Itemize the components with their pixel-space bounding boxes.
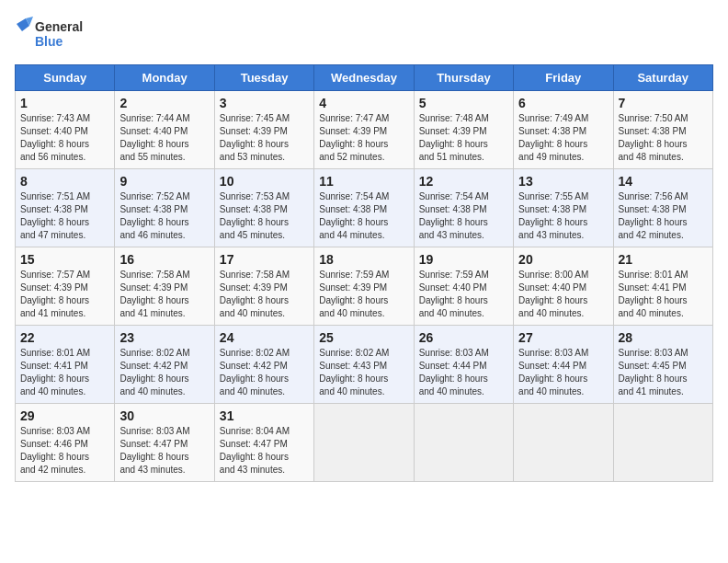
- day-detail: Sunrise: 8:02 AM Sunset: 4:42 PM Dayligh…: [119, 347, 209, 398]
- day-number: 14: [619, 174, 708, 189]
- calendar-cell: 27Sunrise: 8:03 AM Sunset: 4:44 PM Dayli…: [514, 326, 613, 404]
- day-detail: Sunrise: 7:57 AM Sunset: 4:39 PM Dayligh…: [20, 269, 109, 320]
- calendar-cell: 23Sunrise: 8:02 AM Sunset: 4:42 PM Dayli…: [115, 326, 214, 404]
- day-detail: Sunrise: 7:59 AM Sunset: 4:40 PM Dayligh…: [419, 269, 508, 320]
- day-detail: Sunrise: 8:04 AM Sunset: 4:47 PM Dayligh…: [220, 425, 309, 477]
- day-number: 19: [419, 252, 508, 267]
- day-detail: Sunrise: 8:02 AM Sunset: 4:42 PM Dayligh…: [220, 347, 309, 398]
- day-detail: Sunrise: 7:49 AM Sunset: 4:38 PM Dayligh…: [518, 112, 608, 164]
- weekday-header-tuesday: Tuesday: [214, 65, 313, 91]
- day-detail: Sunrise: 7:43 AM Sunset: 4:40 PM Dayligh…: [20, 112, 109, 164]
- calendar-cell: 6Sunrise: 7:49 AM Sunset: 4:38 PM Daylig…: [514, 91, 613, 169]
- weekday-header-row: SundayMondayTuesdayWednesdayThursdayFrid…: [16, 65, 713, 91]
- day-number: 20: [518, 252, 608, 267]
- calendar-cell: 9Sunrise: 7:52 AM Sunset: 4:38 PM Daylig…: [115, 169, 214, 247]
- calendar-cell: [613, 404, 712, 482]
- calendar-cell: [414, 404, 513, 482]
- calendar-cell: 28Sunrise: 8:03 AM Sunset: 4:45 PM Dayli…: [613, 326, 712, 404]
- day-number: 16: [119, 252, 209, 267]
- calendar-cell: 24Sunrise: 8:02 AM Sunset: 4:42 PM Dayli…: [214, 326, 313, 404]
- weekday-header-thursday: Thursday: [414, 65, 513, 91]
- calendar-cell: 29Sunrise: 8:03 AM Sunset: 4:46 PM Dayli…: [16, 404, 115, 482]
- svg-text:General: General: [35, 19, 83, 34]
- weekday-header-sunday: Sunday: [16, 65, 115, 91]
- day-number: 23: [119, 330, 209, 345]
- calendar-cell: 11Sunrise: 7:54 AM Sunset: 4:38 PM Dayli…: [314, 169, 414, 247]
- day-number: 8: [20, 174, 109, 189]
- day-number: 25: [319, 330, 408, 345]
- calendar-cell: [514, 404, 613, 482]
- calendar-week-row: 1Sunrise: 7:43 AM Sunset: 4:40 PM Daylig…: [16, 91, 713, 169]
- day-number: 1: [20, 96, 109, 110]
- calendar-cell: 4Sunrise: 7:47 AM Sunset: 4:39 PM Daylig…: [314, 91, 414, 169]
- day-number: 12: [419, 174, 508, 189]
- day-detail: Sunrise: 7:48 AM Sunset: 4:39 PM Dayligh…: [419, 112, 508, 164]
- day-number: 31: [220, 408, 309, 423]
- day-detail: Sunrise: 7:58 AM Sunset: 4:39 PM Dayligh…: [220, 269, 309, 320]
- day-number: 6: [518, 96, 608, 110]
- day-number: 9: [119, 174, 209, 189]
- day-number: 22: [20, 330, 109, 345]
- day-number: 4: [319, 96, 408, 110]
- day-detail: Sunrise: 7:58 AM Sunset: 4:39 PM Dayligh…: [119, 269, 209, 320]
- calendar-cell: 17Sunrise: 7:58 AM Sunset: 4:39 PM Dayli…: [214, 247, 313, 326]
- day-number: 17: [220, 252, 309, 267]
- svg-text:Blue: Blue: [35, 34, 63, 49]
- calendar-cell: 10Sunrise: 7:53 AM Sunset: 4:38 PM Dayli…: [214, 169, 313, 247]
- day-detail: Sunrise: 7:54 AM Sunset: 4:38 PM Dayligh…: [319, 190, 408, 242]
- day-detail: Sunrise: 8:00 AM Sunset: 4:40 PM Dayligh…: [518, 269, 608, 320]
- day-detail: Sunrise: 7:47 AM Sunset: 4:39 PM Dayligh…: [319, 112, 408, 164]
- calendar-cell: 19Sunrise: 7:59 AM Sunset: 4:40 PM Dayli…: [414, 247, 513, 326]
- calendar-cell: 1Sunrise: 7:43 AM Sunset: 4:40 PM Daylig…: [16, 91, 115, 169]
- calendar-table: SundayMondayTuesdayWednesdayThursdayFrid…: [15, 64, 713, 482]
- day-detail: Sunrise: 7:51 AM Sunset: 4:38 PM Dayligh…: [20, 190, 109, 242]
- day-detail: Sunrise: 8:01 AM Sunset: 4:41 PM Dayligh…: [20, 347, 109, 398]
- calendar-cell: 31Sunrise: 8:04 AM Sunset: 4:47 PM Dayli…: [214, 404, 313, 482]
- day-detail: Sunrise: 7:54 AM Sunset: 4:38 PM Dayligh…: [419, 190, 508, 242]
- day-number: 24: [220, 330, 309, 345]
- day-detail: Sunrise: 8:03 AM Sunset: 4:46 PM Dayligh…: [20, 425, 109, 477]
- logo-svg: GeneralBlue: [15, 15, 88, 53]
- calendar-cell: 18Sunrise: 7:59 AM Sunset: 4:39 PM Dayli…: [314, 247, 414, 326]
- day-number: 18: [319, 252, 408, 267]
- day-number: 10: [220, 174, 309, 189]
- weekday-header-wednesday: Wednesday: [314, 65, 414, 91]
- day-number: 2: [119, 96, 209, 110]
- day-detail: Sunrise: 8:02 AM Sunset: 4:43 PM Dayligh…: [319, 347, 408, 398]
- day-detail: Sunrise: 8:03 AM Sunset: 4:44 PM Dayligh…: [518, 347, 608, 398]
- calendar-cell: 3Sunrise: 7:45 AM Sunset: 4:39 PM Daylig…: [214, 91, 313, 169]
- calendar-cell: 13Sunrise: 7:55 AM Sunset: 4:38 PM Dayli…: [514, 169, 613, 247]
- day-detail: Sunrise: 8:01 AM Sunset: 4:41 PM Dayligh…: [619, 269, 708, 320]
- day-detail: Sunrise: 8:03 AM Sunset: 4:47 PM Dayligh…: [119, 425, 209, 477]
- calendar-cell: 30Sunrise: 8:03 AM Sunset: 4:47 PM Dayli…: [115, 404, 214, 482]
- weekday-header-monday: Monday: [115, 65, 214, 91]
- calendar-cell: 22Sunrise: 8:01 AM Sunset: 4:41 PM Dayli…: [16, 326, 115, 404]
- day-detail: Sunrise: 7:52 AM Sunset: 4:38 PM Dayligh…: [119, 190, 209, 242]
- day-number: 28: [619, 330, 708, 345]
- calendar-cell: 8Sunrise: 7:51 AM Sunset: 4:38 PM Daylig…: [16, 169, 115, 247]
- day-detail: Sunrise: 7:55 AM Sunset: 4:38 PM Dayligh…: [518, 190, 608, 242]
- day-number: 5: [419, 96, 508, 110]
- day-number: 26: [419, 330, 508, 345]
- weekday-header-saturday: Saturday: [613, 65, 712, 91]
- day-number: 3: [220, 96, 309, 110]
- weekday-header-friday: Friday: [514, 65, 613, 91]
- calendar-cell: 7Sunrise: 7:50 AM Sunset: 4:38 PM Daylig…: [613, 91, 712, 169]
- day-number: 7: [619, 96, 708, 110]
- calendar-cell: 16Sunrise: 7:58 AM Sunset: 4:39 PM Dayli…: [115, 247, 214, 326]
- calendar-week-row: 8Sunrise: 7:51 AM Sunset: 4:38 PM Daylig…: [16, 169, 713, 247]
- day-number: 30: [119, 408, 209, 423]
- calendar-cell: 25Sunrise: 8:02 AM Sunset: 4:43 PM Dayli…: [314, 326, 414, 404]
- calendar-cell: [314, 404, 414, 482]
- day-detail: Sunrise: 7:56 AM Sunset: 4:38 PM Dayligh…: [619, 190, 708, 242]
- calendar-cell: 20Sunrise: 8:00 AM Sunset: 4:40 PM Dayli…: [514, 247, 613, 326]
- calendar-cell: 12Sunrise: 7:54 AM Sunset: 4:38 PM Dayli…: [414, 169, 513, 247]
- calendar-cell: 21Sunrise: 8:01 AM Sunset: 4:41 PM Dayli…: [613, 247, 712, 326]
- day-detail: Sunrise: 7:50 AM Sunset: 4:38 PM Dayligh…: [619, 112, 708, 164]
- calendar-week-row: 15Sunrise: 7:57 AM Sunset: 4:39 PM Dayli…: [16, 247, 713, 326]
- day-detail: Sunrise: 7:59 AM Sunset: 4:39 PM Dayligh…: [319, 269, 408, 320]
- day-detail: Sunrise: 7:44 AM Sunset: 4:40 PM Dayligh…: [119, 112, 209, 164]
- day-number: 13: [518, 174, 608, 189]
- calendar-week-row: 29Sunrise: 8:03 AM Sunset: 4:46 PM Dayli…: [16, 404, 713, 482]
- calendar-week-row: 22Sunrise: 8:01 AM Sunset: 4:41 PM Dayli…: [16, 326, 713, 404]
